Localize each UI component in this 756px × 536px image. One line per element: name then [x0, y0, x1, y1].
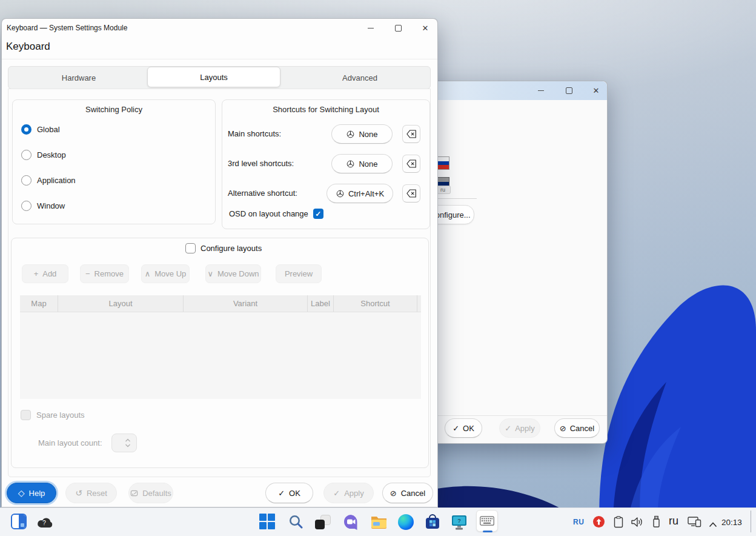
- spare-layouts-label: Spare layouts: [36, 410, 85, 420]
- widgets-icon[interactable]: [11, 514, 27, 529]
- reset-button[interactable]: ↺ Reset: [65, 483, 117, 503]
- remove-button[interactable]: − Remove: [80, 264, 129, 283]
- radio-icon[interactable]: [21, 175, 31, 186]
- shortcuts-group: Shortcuts for Switching Layout Main shor…: [222, 99, 430, 229]
- file-explorer-icon[interactable]: [371, 515, 387, 531]
- column-header-map[interactable]: Map: [20, 295, 58, 312]
- x-server-monitor-icon[interactable]: ?: [451, 514, 468, 533]
- radio-application[interactable]: Application: [21, 175, 76, 186]
- backspace-icon: [406, 189, 417, 198]
- usb-device-icon[interactable]: [652, 515, 661, 531]
- background-window[interactable]: ✕ ru Configure... ✓OK ✓Apply ⊘Cancel: [424, 81, 608, 444]
- move-down-button[interactable]: ∨ Move Down: [205, 264, 261, 283]
- start-button[interactable]: [259, 514, 275, 529]
- switching-policy-group: Switching Policy Global Desktop Applicat…: [12, 99, 216, 224]
- layouts-table-body-empty[interactable]: [20, 312, 421, 399]
- apply-button[interactable]: ✓ Apply: [323, 483, 374, 503]
- plus-icon: +: [34, 269, 39, 278]
- spare-layouts-checkbox[interactable]: [21, 410, 31, 420]
- window-title: Keyboard — System Settings Module: [7, 24, 127, 32]
- keyboard-icon: [480, 516, 494, 526]
- shortcut-wheel-icon: [346, 130, 355, 139]
- column-header-shortcut[interactable]: Shortcut: [334, 295, 417, 312]
- bg-minimize-button[interactable]: [532, 81, 550, 99]
- volume-icon[interactable]: [631, 517, 644, 530]
- maximize-button[interactable]: [389, 19, 407, 37]
- cast-display-icon[interactable]: [688, 516, 701, 531]
- show-desktop-button[interactable]: [751, 511, 751, 532]
- column-header-layout[interactable]: Layout: [58, 295, 184, 312]
- clear-third-level-shortcut-button[interactable]: [402, 155, 420, 173]
- clipboard-icon[interactable]: [614, 516, 623, 531]
- cancel-icon: ⊘: [560, 424, 566, 433]
- bg-close-button[interactable]: ✕: [587, 81, 605, 99]
- add-button[interactable]: + Add: [22, 264, 68, 283]
- check-icon: ✓: [278, 489, 285, 498]
- radio-global[interactable]: Global: [21, 124, 60, 135]
- help-button[interactable]: ◇ Help: [7, 483, 56, 503]
- backspace-icon: [406, 159, 417, 168]
- tab-hardware[interactable]: Hardware: [8, 67, 149, 89]
- ok-button[interactable]: ✓ OK: [265, 483, 313, 503]
- weather-cloud-icon[interactable]: ?: [36, 515, 53, 531]
- shortcut-wheel-icon: [336, 189, 345, 198]
- configure-layouts-group: Configure layouts + Add − Remove ∧ Move …: [11, 238, 429, 468]
- page-title: Keyboard: [6, 41, 50, 53]
- tab-advanced[interactable]: Advanced: [290, 67, 430, 89]
- radio-desktop[interactable]: Desktop: [21, 149, 66, 160]
- spinner-chevrons-icon: [125, 438, 131, 448]
- preview-button[interactable]: Preview: [276, 264, 322, 283]
- radio-window[interactable]: Window: [21, 200, 65, 211]
- radio-icon[interactable]: [21, 201, 31, 211]
- bg-cancel-button[interactable]: ⊘Cancel: [554, 418, 600, 438]
- keyboard-settings-window[interactable]: Keyboard — System Settings Module ✕ Keyb…: [1, 18, 438, 508]
- main-layout-count-spinner[interactable]: [111, 434, 137, 452]
- layouts-tab-content: Switching Policy Global Desktop Applicat…: [8, 89, 431, 477]
- update-alert-icon[interactable]: [593, 516, 605, 528]
- third-level-shortcuts-label: 3rd level shortcuts:: [228, 159, 294, 168]
- background-window-titlebar[interactable]: [425, 81, 607, 100]
- alternative-shortcut-button[interactable]: Ctrl+Alt+K: [327, 184, 393, 203]
- column-header-label[interactable]: Label: [308, 295, 334, 312]
- chat-icon[interactable]: [343, 514, 359, 532]
- clock[interactable]: 20:13: [721, 518, 742, 527]
- osd-row: OSD on layout change ✓: [229, 209, 323, 219]
- osd-label: OSD on layout change: [229, 209, 308, 218]
- edge-icon[interactable]: [398, 514, 414, 530]
- keyboard-layout-badge[interactable]: RU: [573, 518, 584, 526]
- tab-layouts[interactable]: Layouts: [147, 67, 280, 87]
- tray-chevron-up-icon[interactable]: [709, 519, 717, 530]
- spare-layouts-row: Spare layouts: [21, 410, 85, 420]
- bg-apply-button[interactable]: ✓Apply: [499, 418, 540, 438]
- bg-ok-button[interactable]: ✓OK: [445, 418, 482, 438]
- main-shortcuts-button[interactable]: None: [331, 124, 393, 144]
- move-up-button[interactable]: ∧ Move Up: [141, 264, 190, 283]
- minimize-button[interactable]: [362, 19, 380, 37]
- third-level-shortcuts-button[interactable]: None: [331, 154, 393, 173]
- column-header-variant[interactable]: Variant: [184, 295, 308, 312]
- active-app-indicator: [483, 531, 492, 532]
- minus-icon: −: [85, 269, 90, 278]
- cancel-button[interactable]: ⊘ Cancel: [382, 483, 433, 503]
- keyboard-app-taskbar-button[interactable]: [476, 510, 498, 532]
- close-button[interactable]: ✕: [416, 19, 434, 37]
- radio-icon[interactable]: [21, 124, 31, 135]
- svg-text:?: ?: [42, 520, 46, 526]
- radio-icon[interactable]: [21, 150, 31, 160]
- defaults-button[interactable]: Defaults: [128, 483, 173, 503]
- cancel-icon: ⊘: [390, 489, 397, 498]
- clear-alternative-shortcut-button[interactable]: [402, 184, 420, 203]
- close-icon: ✕: [593, 86, 600, 95]
- search-icon[interactable]: [288, 514, 303, 532]
- defaults-icon: [130, 489, 138, 497]
- task-view-icon[interactable]: [315, 515, 331, 529]
- close-icon: ✕: [422, 24, 429, 33]
- clear-main-shortcut-button[interactable]: [402, 125, 420, 143]
- help-diamond-icon: ◇: [18, 488, 25, 498]
- footer-divider: [425, 415, 607, 416]
- language-indicator[interactable]: ru: [669, 515, 678, 528]
- osd-checkbox[interactable]: ✓: [313, 209, 323, 219]
- configure-layouts-checkbox[interactable]: [185, 243, 196, 253]
- bg-maximize-button[interactable]: [560, 81, 578, 99]
- microsoft-store-icon[interactable]: [425, 514, 440, 532]
